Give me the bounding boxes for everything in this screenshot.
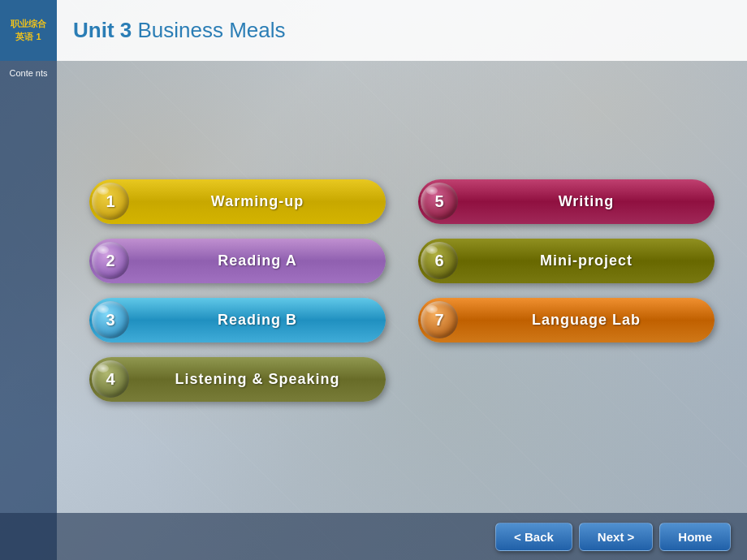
sidebar: Conte nts — [0, 61, 57, 560]
button-grid: 1 Warming-up 5 Writing 2 Reading A 6 Min… — [89, 179, 715, 402]
btn-label-4: Listening & Speaking — [129, 371, 386, 388]
header: 职业综合英语 1 Unit 3 Business Meals — [0, 0, 747, 61]
page-title: Unit 3 Business Meals — [73, 18, 286, 43]
badge-6: 6 — [421, 242, 458, 279]
back-button[interactable]: < Back — [495, 523, 572, 551]
bottom-nav: < Back Next > Home — [0, 513, 747, 560]
btn-label-7: Language Lab — [458, 312, 715, 329]
badge-4: 4 — [92, 360, 129, 398]
btn-label-5: Writing — [458, 193, 715, 210]
badge-1: 1 — [92, 183, 129, 220]
logo-area: 职业综合英语 1 — [0, 0, 57, 61]
home-button[interactable]: Home — [659, 523, 731, 551]
btn-label-2: Reading A — [129, 252, 386, 269]
menu-btn-5[interactable]: 5 Writing — [418, 179, 715, 224]
menu-btn-7[interactable]: 7 Language Lab — [418, 298, 715, 342]
badge-7: 7 — [421, 301, 458, 338]
btn-label-6: Mini-project — [458, 252, 715, 269]
main-content: 1 Warming-up 5 Writing 2 Reading A 6 Min… — [57, 61, 747, 560]
menu-btn-6[interactable]: 6 Mini-project — [418, 239, 715, 283]
sidebar-label: Conte nts — [9, 67, 47, 79]
btn-label-1: Warming-up — [129, 193, 386, 210]
menu-btn-3[interactable]: 3 Reading B — [89, 298, 386, 342]
badge-2: 2 — [92, 242, 129, 279]
menu-btn-2[interactable]: 2 Reading A — [89, 239, 386, 283]
badge-3: 3 — [92, 301, 129, 338]
menu-btn-1[interactable]: 1 Warming-up — [89, 179, 386, 224]
logo-text: 职业综合英语 1 — [11, 18, 46, 43]
next-button[interactable]: Next > — [579, 523, 653, 551]
btn-label-3: Reading B — [129, 312, 386, 329]
menu-btn-4[interactable]: 4 Listening & Speaking — [89, 357, 386, 402]
badge-5: 5 — [421, 183, 458, 220]
